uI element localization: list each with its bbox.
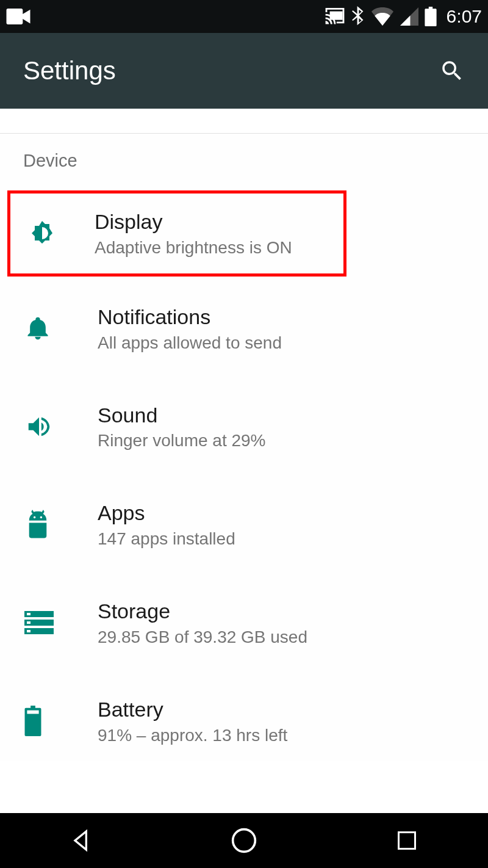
bell-icon	[24, 314, 51, 343]
settings-item-sound[interactable]: Sound Ringer volume at 29%	[0, 387, 488, 467]
item-title: Display	[95, 209, 343, 234]
settings-item-storage[interactable]: Storage 29.85 GB of 39.32 GB used	[0, 583, 488, 663]
battery-icon	[425, 7, 437, 26]
storage-icon	[24, 611, 54, 635]
status-time: 6:07	[447, 6, 482, 27]
settings-item-apps[interactable]: Apps 147 apps installed	[0, 485, 488, 565]
settings-list: Device Display Adaptive brightness is ON…	[0, 133, 488, 761]
status-bar: 6:07	[0, 0, 488, 33]
item-subtitle: Adaptive brightness is ON	[95, 238, 343, 258]
page-title: Settings	[23, 56, 116, 85]
recent-apps-button[interactable]	[392, 825, 422, 856]
svg-rect-5	[27, 621, 30, 624]
bluetooth-icon	[351, 6, 365, 27]
android-icon	[24, 510, 51, 540]
wifi-icon	[371, 7, 394, 26]
svg-rect-7	[27, 711, 38, 714]
item-subtitle: 29.85 GB of 39.32 GB used	[98, 627, 488, 647]
item-title: Storage	[98, 599, 488, 624]
item-subtitle: 91% – approx. 13 hrs left	[98, 726, 488, 745]
item-title: Apps	[98, 501, 488, 526]
settings-item-display[interactable]: Display Adaptive brightness is ON	[10, 193, 343, 273]
cell-signal-icon	[400, 7, 418, 26]
item-subtitle: Ringer volume at 29%	[98, 431, 488, 450]
app-bar: Settings	[0, 33, 488, 109]
item-subtitle: 147 apps installed	[98, 529, 488, 549]
svg-rect-9	[398, 833, 415, 849]
item-title: Notifications	[98, 305, 488, 330]
item-title: Sound	[98, 403, 488, 428]
navigation-bar	[0, 813, 488, 868]
svg-rect-4	[27, 613, 30, 615]
home-button[interactable]	[229, 825, 259, 856]
video-icon	[6, 9, 30, 24]
cast-icon	[325, 8, 345, 25]
item-title: Battery	[98, 697, 488, 722]
brightness-icon	[27, 219, 57, 248]
settings-item-battery[interactable]: Battery 91% – approx. 13 hrs left	[0, 681, 488, 761]
item-subtitle: All apps allowed to send	[98, 333, 488, 353]
section-header: Device	[0, 134, 488, 177]
search-icon[interactable]	[439, 58, 465, 84]
volume-icon	[24, 413, 54, 441]
svg-rect-0	[329, 12, 342, 20]
settings-item-notifications[interactable]: Notifications All apps allowed to send	[0, 289, 488, 369]
battery-icon	[24, 706, 41, 736]
svg-point-8	[233, 830, 256, 852]
back-button[interactable]	[66, 825, 96, 856]
svg-rect-6	[27, 630, 30, 632]
highlight-annotation: Display Adaptive brightness is ON	[7, 190, 346, 277]
